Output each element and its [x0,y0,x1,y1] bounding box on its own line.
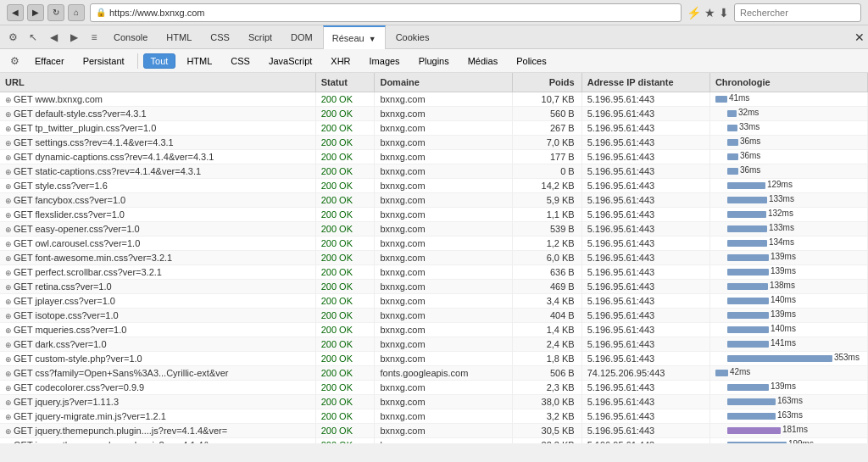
table-row[interactable]: ⊕GET owl.carousel.css?ver=1.0 200 OK bxn… [0,236,868,250]
cell-domain: bxnxg.com [375,380,513,394]
forward-button[interactable]: ▶ [27,4,44,21]
clear-button[interactable]: Effacer [27,53,72,69]
table-row[interactable]: ⊕GET flexslider.css?ver=1.0 200 OK bxnxg… [0,207,868,221]
table-row[interactable]: ⊕GET font-awesome.min.css?ver=3.2.1 200 … [0,250,868,264]
filter-medias[interactable]: Médias [460,53,505,69]
cell-ip: 5.196.95.61:443 [581,164,709,178]
table-row[interactable]: ⊕GET jquery.themepunch.plugin....js?rev=… [0,423,868,437]
table-row[interactable]: ⊕GET jquery.js?ver=1.11.3 200 OK bxnxg.c… [0,394,868,409]
cell-ip: 74.125.206.95:443 [581,365,709,380]
table-row[interactable]: ⊕GET www.bxnxg.com 200 OK bxnxg.com 10,7… [0,92,868,106]
devtools-forward-icon[interactable]: ▶ [64,28,83,47]
devtools-inspect-icon[interactable]: ↖ [24,28,42,47]
table-row[interactable]: ⊕GET codecolorer.css?ver=0.9.9 200 OK bx… [0,380,868,394]
devtools-list-icon[interactable]: ≡ [85,28,103,47]
expand-icon: ⊕ [5,384,12,392]
table-row[interactable]: ⊕GET easy-opener.css?ver=1.0 200 OK bxnx… [0,221,868,236]
table-row[interactable]: ⊕GET perfect.scrollbar.css?ver=3.2.1 200… [0,264,868,279]
timeline-bar-container: 139ms [715,266,862,278]
table-row[interactable]: ⊕GET retina.css?ver=1.0 200 OK bxnxg.com… [0,279,868,293]
filter-html[interactable]: HTML [179,53,220,69]
cell-status: 200 OK [315,135,375,149]
cell-timeline: 42ms [709,365,867,380]
table-row[interactable]: ⊕GET jquery.themepunch.revolu....js?ver=… [0,437,868,443]
devtools-close-icon[interactable]: ✕ [854,31,865,44]
search-input[interactable] [734,3,861,22]
tab-script[interactable]: Script [240,25,281,49]
filter-plugins[interactable]: Plugins [411,53,457,69]
cell-ip: 5.196.95.61:443 [581,135,709,149]
devtools-settings-icon[interactable]: ⚙ [3,28,22,47]
table-row[interactable]: ⊕GET dark.css?ver=1.0 200 OK bxnxg.com 2… [0,337,868,351]
tab-console[interactable]: Console [105,25,156,49]
cell-ip: 5.196.95.61:443 [581,106,709,120]
toolbar-settings-icon[interactable]: ⚙ [5,52,24,70]
table-row[interactable]: ⊕GET static-captions.css?rev=4.1.4&ver=4… [0,164,868,178]
tab-cookies[interactable]: Cookies [387,25,438,49]
timeline-bar-container: 199ms [715,439,862,444]
address-bar[interactable]: 🔒 https://www.bxnxg.com [90,3,682,22]
timeline-bar-container: 139ms [715,381,862,393]
col-header-status[interactable]: Statut [315,73,375,92]
cell-domain: bxnxg.com [375,437,513,443]
timeline-bar [727,413,776,420]
tab-reseau[interactable]: Réseau ▼ [323,25,386,49]
cell-domain: bxnxg.com [375,178,513,192]
cell-url: ⊕GET mqueries.css?ver=1.0 [0,322,315,337]
persistant-button[interactable]: Persistant [75,53,132,69]
tab-css[interactable]: CSS [202,25,238,49]
table-row[interactable]: ⊕GET jquery-migrate.min.js?ver=1.2.1 200… [0,409,868,423]
timeline-label: 163ms [777,410,803,420]
download-icon[interactable]: ⬇ [719,6,729,19]
expand-icon: ⊕ [5,326,12,335]
timeline-bar [727,153,738,160]
col-header-ip[interactable]: Adresse IP distante [581,73,709,92]
reseau-arrow: ▼ [369,35,376,43]
cell-size: 2,3 KB [513,380,581,394]
table-row[interactable]: ⊕GET isotope.css?ver=1.0 200 OK bxnxg.co… [0,308,868,322]
table-row[interactable]: ⊕GET custom-style.php?ver=1.0 200 OK bxn… [0,351,868,365]
table-row[interactable]: ⊕GET css?family=Open+Sans%3A3...Cyrillic… [0,365,868,380]
table-row[interactable]: ⊕GET style.css?ver=1.6 200 OK bxnxg.com … [0,178,868,192]
reload-button[interactable]: ↻ [47,4,64,21]
cell-ip: 5.196.95.61:443 [581,380,709,394]
cell-ip: 5.196.95.61:443 [581,264,709,279]
tab-html[interactable]: HTML [158,25,200,49]
table-row[interactable]: ⊕GET dynamic-captions.css?rev=4.1.4&ver=… [0,149,868,164]
table-row[interactable]: ⊕GET default-style.css?ver=4.3.1 200 OK … [0,106,868,120]
lightning-icon[interactable]: ⚡ [687,6,701,19]
cell-status: 200 OK [315,92,375,106]
table-row[interactable]: ⊕GET mqueries.css?ver=1.0 200 OK bxnxg.c… [0,322,868,337]
timeline-label: 139ms [771,381,796,391]
bookmark-icon[interactable]: ★ [704,6,715,19]
filter-tout[interactable]: Tout [143,53,176,69]
cell-status: 200 OK [315,423,375,437]
cell-timeline: 138ms [709,279,867,293]
filter-polices[interactable]: Polices [509,53,554,69]
cell-url: ⊕GET owl.carousel.css?ver=1.0 [0,236,315,250]
cell-ip: 5.196.95.61:443 [581,308,709,322]
filter-images[interactable]: Images [362,53,408,69]
table-row[interactable]: ⊕GET jplayer.css?ver=1.0 200 OK bxnxg.co… [0,293,868,308]
expand-icon: ⊕ [5,182,12,191]
col-header-url[interactable]: URL [0,73,315,92]
table-row[interactable]: ⊕GET fancybox.css?ver=1.0 200 OK bxnxg.c… [0,192,868,207]
home-button[interactable]: ⌂ [68,4,85,21]
table-row[interactable]: ⊕GET tp_twitter_plugin.css?ver=1.0 200 O… [0,120,868,135]
col-header-timeline[interactable]: Chronologie [709,73,867,92]
cell-ip: 5.196.95.61:443 [581,120,709,135]
lock-icon: 🔒 [96,8,106,17]
cell-url: ⊕GET dynamic-captions.css?rev=4.1.4&ver=… [0,149,315,164]
cell-size: 404 B [513,308,581,322]
col-header-domain[interactable]: Domaine [375,73,513,92]
table-row[interactable]: ⊕GET settings.css?rev=4.1.4&ver=4.3.1 20… [0,135,868,149]
col-header-size[interactable]: Poids [513,73,581,92]
filter-xhr[interactable]: XHR [323,53,358,69]
back-button[interactable]: ◀ [7,4,24,21]
cell-size: 469 B [513,279,581,293]
filter-javascript[interactable]: JavaScript [261,53,320,69]
devtools-back-icon[interactable]: ◀ [44,28,63,47]
filter-css[interactable]: CSS [223,53,258,69]
expand-icon: ⊕ [5,312,12,320]
tab-dom[interactable]: DOM [282,25,321,49]
